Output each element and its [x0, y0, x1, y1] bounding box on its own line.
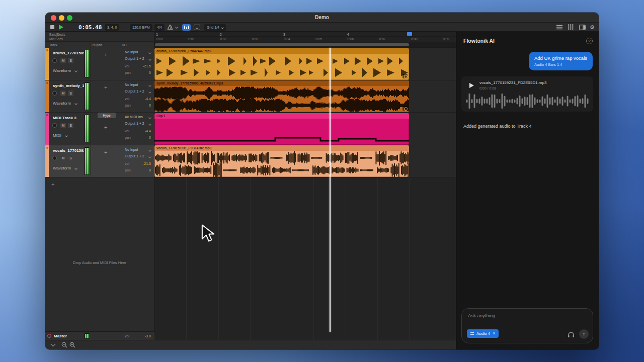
- clip[interactable]: vocals_1770159231_F9B14282.mp3: [154, 145, 409, 177]
- solo-button[interactable]: S: [68, 123, 73, 128]
- solo-button[interactable]: S: [68, 90, 73, 96]
- clip-waveform: [154, 119, 409, 145]
- player-waveform[interactable]: [465, 94, 589, 109]
- track-name[interactable]: synth_melody_17...: [53, 83, 84, 88]
- chevron-down-icon: [148, 155, 151, 158]
- time-signature-display[interactable]: 4/4: [154, 24, 165, 31]
- clip-title: vocals_1770159231_F9B14282.mp3: [154, 145, 409, 151]
- pan-value[interactable]: 0: [149, 168, 151, 172]
- transport-toolbar: 0:05.48 3. 4. 0 120.0 BPM 4/4 Grid 1/4 ⚙: [45, 23, 599, 32]
- chevron-down-icon: [148, 90, 151, 94]
- add-plugin-button[interactable]: +: [104, 52, 107, 58]
- record-arm-button[interactable]: [52, 156, 57, 160]
- play-button[interactable]: [59, 25, 63, 30]
- vol-label: vol: [125, 162, 129, 165]
- output-dropdown[interactable]: Output 1 + 2: [125, 154, 144, 158]
- track-name[interactable]: vocals_17701592...: [53, 148, 84, 153]
- vol-value[interactable]: -4.4: [145, 97, 151, 101]
- track-row[interactable]: MIDI Track 3MSMIDIHype+All MIDI InsOutpu…: [45, 113, 154, 145]
- mute-button[interactable]: M: [60, 123, 66, 128]
- vol-value[interactable]: -21.5: [143, 64, 151, 68]
- track-area-empty[interactable]: + Drop Audio and MIDI Files Here: [45, 177, 154, 331]
- clip[interactable]: Clip 1: [154, 113, 409, 145]
- cycle-marker[interactable]: [407, 32, 412, 36]
- pan-value[interactable]: 0: [149, 104, 151, 107]
- output-dropdown[interactable]: Output 1 + 2: [125, 122, 144, 125]
- timeline-ruler[interactable]: 1234 0:000:010:020:030:040:050:060:070:0…: [154, 32, 456, 48]
- vol-value[interactable]: -4.4: [145, 129, 151, 133]
- chip-label: Audio 4: [476, 329, 490, 338]
- mixer-icon[interactable]: [568, 24, 574, 30]
- track-type-icon: [46, 49, 48, 51]
- playhead[interactable]: [330, 48, 331, 332]
- clip-waveform: [154, 54, 409, 80]
- add-plugin-button[interactable]: +: [104, 85, 107, 90]
- count-in-toggle[interactable]: [182, 24, 191, 31]
- help-icon[interactable]: ?: [586, 38, 593, 44]
- collapse-chevron-icon[interactable]: [51, 342, 56, 347]
- chevron-down-icon[interactable]: [175, 26, 178, 29]
- pan-value[interactable]: 0: [149, 71, 151, 74]
- clip-title: synth_melody_1770159090_4E593F21.mp3: [154, 80, 409, 86]
- chat-input-box[interactable]: Audio 4 × ↑: [461, 308, 593, 343]
- output-dropdown[interactable]: Output 1 + 2: [125, 89, 144, 93]
- metronome-icon[interactable]: [168, 25, 173, 30]
- settings-gear-icon[interactable]: ⚙: [590, 24, 595, 30]
- track-row[interactable]: vocals_17701592...MSWaveform+No InputOut…: [45, 145, 154, 178]
- add-plugin-button[interactable]: +: [104, 125, 107, 130]
- metronome-toggle[interactable]: [194, 25, 200, 30]
- pan-value[interactable]: 0: [149, 136, 151, 139]
- add-track-button[interactable]: +: [51, 182, 54, 187]
- time-display[interactable]: 0:05.48: [78, 24, 102, 31]
- headphones-icon[interactable]: [568, 331, 575, 338]
- track-name[interactable]: drums_17701589...: [53, 51, 84, 55]
- record-arm-button[interactable]: [52, 58, 57, 63]
- bars-beats-label: Bars|Beats: [49, 32, 65, 37]
- stop-button[interactable]: [50, 25, 54, 29]
- context-chip[interactable]: Audio 4 ×: [467, 329, 499, 338]
- track-name[interactable]: MIDI Track 3: [53, 116, 84, 120]
- zoom-in-icon[interactable]: [69, 342, 75, 348]
- mute-button[interactable]: M: [60, 90, 66, 96]
- track-mode-dropdown[interactable]: Waveform: [53, 101, 77, 106]
- track-mode-dropdown[interactable]: Waveform: [53, 68, 77, 73]
- record-arm-button[interactable]: [52, 91, 57, 96]
- track-row[interactable]: drums_17701589...MSWaveform+No InputOutp…: [45, 48, 154, 80]
- input-dropdown[interactable]: All MIDI Ins: [125, 115, 143, 119]
- track-mode-dropdown[interactable]: Waveform: [53, 166, 77, 170]
- add-plugin-button[interactable]: +: [104, 150, 107, 155]
- chat-input[interactable]: [468, 313, 574, 318]
- send-button[interactable]: ↑: [579, 329, 589, 339]
- record-arm-button[interactable]: [52, 123, 57, 128]
- solo-button[interactable]: S: [68, 58, 73, 63]
- sec-number: 0:01: [188, 37, 195, 41]
- input-dropdown[interactable]: No Input: [125, 83, 138, 86]
- mute-button[interactable]: M: [60, 155, 66, 161]
- chip-close-icon[interactable]: ×: [493, 329, 495, 338]
- track-row[interactable]: synth_melody_17...MSWaveform+No InputOut…: [45, 80, 154, 113]
- desktop-wallpaper: Demo 0:05.48 3. 4. 0 120.0 BPM 4/4 Grid …: [0, 0, 644, 362]
- play-audio-button[interactable]: [469, 83, 474, 88]
- dual-panel-icon[interactable]: [579, 25, 586, 30]
- tempo-display[interactable]: 120.0 BPM: [130, 24, 152, 31]
- plugin-button[interactable]: Hype: [98, 113, 116, 118]
- grid-dropdown[interactable]: Grid 1/4: [204, 24, 226, 31]
- user-message-text: Add UK grime rap vocals: [534, 55, 587, 61]
- master-vol-value[interactable]: -3.0: [145, 334, 151, 338]
- mute-button[interactable]: M: [60, 58, 66, 63]
- clip[interactable]: synth_melody_1770159090_4E593F21.mp3: [154, 80, 409, 112]
- position-display[interactable]: 3. 4. 0: [105, 24, 119, 31]
- input-dropdown[interactable]: No Input: [125, 148, 138, 151]
- master-record-icon[interactable]: [47, 334, 51, 338]
- input-dropdown[interactable]: No Input: [125, 50, 138, 54]
- track-color-strip: [45, 80, 49, 113]
- list-view-icon[interactable]: [556, 25, 562, 30]
- track-mode-dropdown[interactable]: MIDI: [53, 133, 67, 138]
- solo-button[interactable]: S: [68, 155, 73, 161]
- master-track-row[interactable]: Master vol -3.0: [45, 331, 154, 340]
- zoom-out-icon[interactable]: [61, 342, 67, 348]
- timeline-scrollbar[interactable]: [155, 43, 409, 46]
- clip[interactable]: drums_1770158991_F5042A47.mp3: [154, 48, 409, 80]
- vol-value[interactable]: -21.5: [143, 162, 151, 165]
- output-dropdown[interactable]: Output 1 + 2: [125, 57, 144, 60]
